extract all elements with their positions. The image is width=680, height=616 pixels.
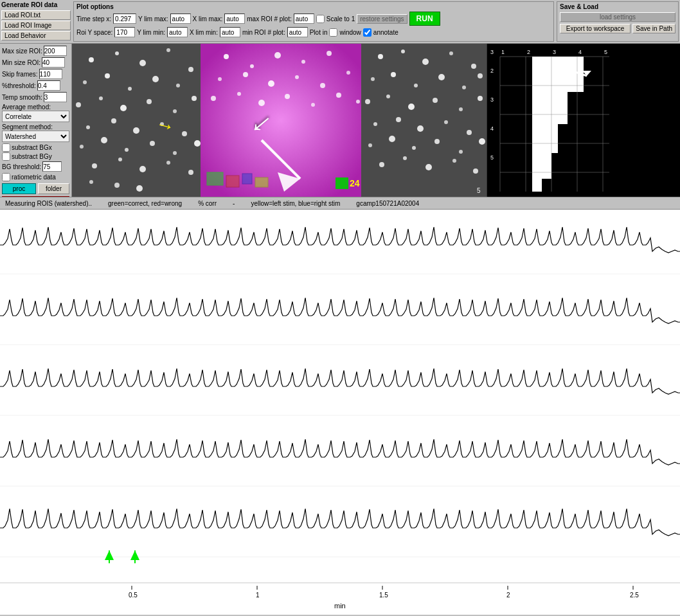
y-lim-max-input[interactable] (170, 14, 191, 24)
svg-point-95 (425, 164, 432, 170)
svg-text:3: 3 (490, 49, 494, 55)
export-workspace-button[interactable]: Export to workspace (560, 24, 631, 33)
middle-image-panel: 24 ↑ (201, 44, 361, 197)
svg-point-80 (459, 107, 463, 111)
ratiometric-checkbox[interactable] (2, 173, 10, 181)
svg-point-69 (471, 64, 476, 69)
left-image-panel: → (72, 44, 201, 197)
max-roi-plot-input[interactable] (294, 14, 314, 24)
proc-button[interactable]: proc (2, 183, 36, 194)
correct-wrong-text: green=correct, red=wrong (108, 200, 182, 207)
svg-point-85 (444, 120, 448, 124)
min-size-roi-input[interactable] (42, 57, 65, 68)
generate-roi-title: Generate ROI data (1, 1, 71, 8)
svg-point-22 (80, 145, 84, 149)
svg-point-25 (150, 141, 155, 146)
y-lim-min-label: Y lim min: (137, 29, 165, 36)
svg-point-33 (89, 180, 93, 184)
svg-point-34 (114, 183, 120, 188)
svg-point-93 (379, 162, 384, 167)
load-behavior-button[interactable]: Load Behavior (1, 31, 71, 41)
measuring-text: Measuring ROIS (watershed).. (5, 200, 92, 207)
y-lim-min-input[interactable] (167, 27, 188, 37)
min-roi-plot-input[interactable] (287, 27, 308, 37)
svg-point-48 (346, 71, 350, 75)
stop-button[interactable]: STOP after this sie (2, 196, 69, 197)
svg-point-10 (176, 84, 180, 87)
svg-rect-101 (532, 92, 568, 124)
avg-method-select[interactable]: Correlate Mean (2, 111, 69, 122)
svg-point-39 (250, 64, 254, 68)
seg-method-select[interactable]: Watershed Threshold (2, 131, 69, 142)
svg-point-66 (401, 50, 405, 53)
svg-point-84 (417, 125, 424, 132)
load-settings-button[interactable]: load settings (560, 12, 676, 22)
svg-rect-58 (242, 174, 252, 184)
temp-smooth-label: Temp smooth: (2, 94, 42, 101)
window-label: window (339, 29, 361, 36)
svg-point-51 (258, 100, 265, 106)
svg-rect-64 (361, 44, 487, 197)
temp-smooth-input[interactable] (44, 92, 67, 102)
svg-text:5: 5 (604, 49, 607, 55)
threshold-label: %threshold: (2, 82, 36, 89)
svg-point-44 (243, 72, 248, 77)
scale-to-1-checkbox[interactable] (316, 15, 325, 23)
run-button[interactable]: RUN (409, 12, 440, 26)
bg-threshold-input[interactable] (42, 161, 62, 172)
svg-text:5: 5 (490, 154, 494, 161)
svg-point-14 (147, 99, 152, 104)
svg-rect-103 (532, 153, 551, 179)
svg-point-16 (192, 96, 197, 101)
folder-button[interactable]: folder (38, 183, 69, 194)
svg-point-15 (173, 109, 177, 113)
stim-text: yellow=left stim, blue=right stim (251, 200, 340, 207)
svg-rect-59 (255, 177, 268, 187)
svg-point-40 (274, 52, 281, 59)
thumbnail-panel: 1 2 3 4 5 2 3 4 5 3 (487, 44, 622, 197)
time-step-input[interactable] (113, 14, 136, 24)
svg-point-4 (166, 48, 170, 52)
x-lim-max-label: X lim max: (193, 15, 223, 23)
status-bar: Measuring ROIS (watershed).. green=corre… (0, 197, 680, 210)
thumbnail-svg: 1 2 3 4 5 2 3 4 5 3 (487, 44, 622, 197)
svg-text:2.5: 2.5 (630, 592, 639, 599)
avg-method-label: Average method: (2, 104, 69, 111)
x-lim-max-input[interactable] (224, 14, 245, 24)
svg-point-46 (295, 75, 299, 79)
window-checkbox[interactable] (329, 28, 337, 37)
x-lim-min-label: X lim min: (190, 29, 218, 36)
svg-point-81 (478, 96, 483, 101)
substract-bgx-checkbox[interactable] (2, 143, 10, 152)
plot-options-title: Plot options (76, 3, 551, 10)
svg-text:4: 4 (578, 49, 582, 55)
svg-point-9 (152, 76, 159, 82)
skip-frames-input[interactable] (39, 69, 62, 79)
svg-point-72 (414, 84, 418, 87)
substract-bgy-checkbox[interactable] (2, 152, 10, 161)
threshold-input[interactable] (37, 80, 60, 91)
svg-text:2: 2 (506, 592, 510, 599)
save-load-title: Save & Load (560, 3, 676, 10)
save-path-button[interactable]: Save in Path (632, 24, 676, 33)
svg-rect-57 (226, 176, 239, 187)
svg-point-6 (83, 80, 87, 84)
x-lim-min-input[interactable] (220, 27, 240, 37)
svg-point-13 (120, 105, 127, 111)
restore-settings-button[interactable]: restore settings (357, 14, 407, 24)
roi-y-space-input[interactable] (114, 27, 135, 37)
svg-point-49 (211, 96, 216, 101)
max-size-roi-input[interactable] (44, 46, 67, 56)
svg-point-55 (356, 100, 360, 104)
svg-point-86 (467, 130, 472, 135)
skip-frames-label: Skip frames: (2, 71, 38, 78)
annotate-checkbox[interactable] (363, 28, 371, 37)
svg-point-88 (389, 136, 395, 142)
svg-point-8 (128, 87, 132, 91)
load-roi-txt-button[interactable]: Load ROI.txt (1, 10, 71, 20)
svg-point-28 (92, 163, 97, 168)
svg-point-21 (182, 131, 187, 136)
svg-point-79 (433, 98, 438, 103)
svg-point-45 (268, 80, 274, 87)
load-roi-image-button[interactable]: Load ROI Image (1, 21, 71, 30)
